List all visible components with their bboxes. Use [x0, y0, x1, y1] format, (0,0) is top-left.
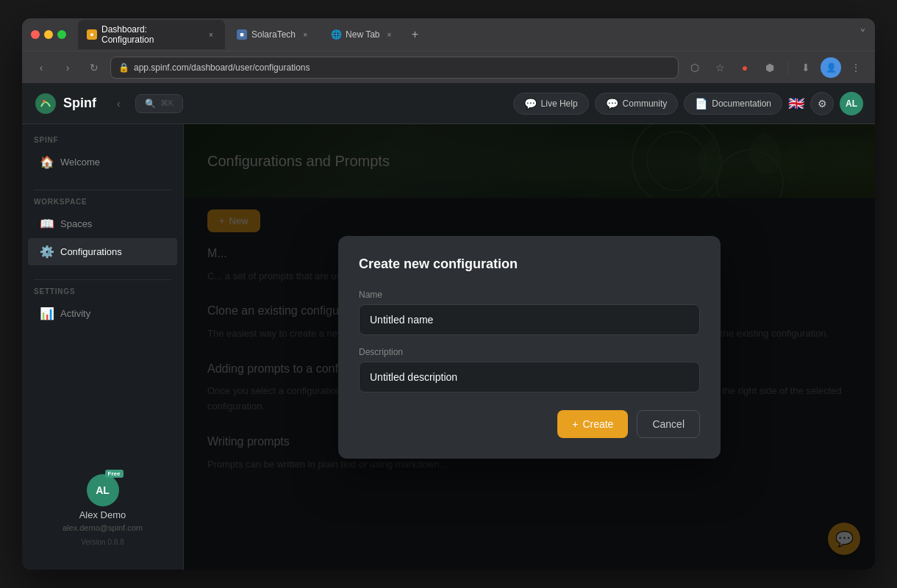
sidebar-label-configurations: Configurations — [60, 246, 122, 257]
browser-tabs: ● Dashboard: Configuration × ■ SolaraTec… — [78, 20, 854, 49]
community-label: Community — [623, 98, 668, 109]
home-icon: 🏠 — [40, 155, 53, 169]
create-button[interactable]: + Create — [557, 410, 628, 438]
sidebar-user-name: Alex Demo — [79, 509, 126, 520]
book-icon: 📖 — [40, 217, 53, 231]
documentation-label: Documentation — [712, 98, 771, 109]
app-container: Spinf ‹ 🔍 ⌘K 💬 Live Help 💬 Community 📄 — [22, 83, 875, 570]
browser-window: ● Dashboard: Configuration × ■ SolaraTec… — [22, 18, 875, 570]
sidebar-label-spaces: Spaces — [60, 218, 92, 229]
sidebar: SPINF 🏠 Welcome WORKSPACE 📖 Spaces ⚙️ — [22, 124, 184, 570]
record-icon[interactable]: ● — [735, 57, 755, 78]
tab-favicon-newtab: 🌐 — [331, 29, 341, 40]
sidebar-user-email: alex.demo@spinf.com — [62, 523, 143, 532]
search-shortcut: ⌘K — [160, 98, 174, 108]
description-input[interactable] — [359, 362, 700, 392]
documentation-button[interactable]: 📄 Documentation — [684, 93, 782, 115]
forward-button[interactable]: › — [57, 57, 78, 78]
svg-point-1 — [43, 100, 46, 103]
browser-tab-solar[interactable]: ■ SolaraTech × — [228, 25, 319, 44]
app-header: Spinf ‹ 🔍 ⌘K 💬 Live Help 💬 Community 📄 — [22, 83, 875, 124]
sidebar-footer: AL Free Alex Demo alex.demo@spinf.com Ve… — [22, 462, 183, 558]
user-avatar-sidebar[interactable]: AL Free — [87, 474, 119, 506]
sidebar-item-activity[interactable]: 📊 Activity — [28, 300, 177, 327]
tab-label-newtab: New Tab — [346, 29, 379, 40]
sidebar-divider-1 — [34, 190, 171, 190]
chat-icon: 💬 — [524, 98, 537, 110]
toolbar-actions: ⬡ ☆ ● ⬢ ⬇ 👤 ⋮ — [685, 57, 866, 78]
browser-titlebar: ● Dashboard: Configuration × ■ SolaraTec… — [22, 18, 875, 51]
tab-close-config[interactable]: × — [206, 29, 216, 40]
create-button-label: Create — [582, 418, 613, 430]
description-form-group: Description — [359, 347, 700, 392]
chevron-down-icon[interactable]: ˅ — [860, 26, 866, 43]
docs-icon: 📄 — [695, 98, 707, 110]
back-button[interactable]: ‹ — [31, 57, 51, 78]
browser-profile-icon[interactable]: 👤 — [821, 57, 841, 78]
tab-close-newtab[interactable]: × — [385, 29, 395, 40]
settings-button[interactable]: ⚙ — [810, 92, 834, 115]
sidebar-section-settings: SETTINGS — [22, 287, 183, 295]
menu-icon[interactable]: ⋮ — [846, 57, 866, 78]
tab-favicon-solar: ■ — [237, 29, 247, 40]
create-plus-icon: + — [572, 418, 578, 430]
sidebar-collapse-button[interactable]: ‹ — [114, 95, 124, 112]
reload-button[interactable]: ↻ — [84, 57, 104, 78]
chart-icon: 📊 — [40, 306, 53, 320]
live-help-label: Live Help — [541, 98, 578, 109]
browser-toolbar: ‹ › ↻ 🔒 app.spinf.com/dashboard/user/con… — [22, 51, 875, 83]
create-configuration-modal: Create new configuration Name Descriptio… — [338, 236, 721, 459]
user-avatar-header[interactable]: AL — [840, 92, 863, 115]
tab-favicon-config: ● — [87, 29, 97, 40]
cancel-button[interactable]: Cancel — [637, 410, 700, 438]
tab-close-solar[interactable]: × — [300, 29, 310, 40]
language-flag[interactable]: 🇬🇧 — [788, 96, 804, 112]
logo-icon — [34, 92, 57, 115]
extension-icon[interactable]: ⬢ — [760, 57, 780, 78]
url-text: app.spinf.com/dashboard/user/configurati… — [134, 62, 310, 73]
search-icon: 🔍 — [145, 98, 156, 109]
live-help-button[interactable]: 💬 Live Help — [513, 93, 589, 115]
free-badge: Free — [105, 470, 124, 478]
bookmark-icon[interactable]: ☆ — [710, 57, 730, 78]
screenshot-icon[interactable]: ⬡ — [685, 57, 705, 78]
header-actions: 💬 Live Help 💬 Community 📄 Documentation … — [513, 92, 863, 115]
sidebar-item-welcome[interactable]: 🏠 Welcome — [28, 148, 177, 176]
tab-label-config: Dashboard: Configuration — [101, 24, 201, 45]
modal-overlay[interactable]: Create new configuration Name Descriptio… — [184, 124, 875, 570]
sidebar-divider-2 — [34, 279, 171, 280]
name-label: Name — [359, 290, 700, 300]
minimize-window-button[interactable] — [44, 30, 53, 39]
header-search[interactable]: 🔍 ⌘K — [135, 94, 183, 113]
tab-label-solar: SolaraTech — [251, 29, 296, 40]
new-tab-button[interactable]: + — [407, 26, 424, 43]
sidebar-item-configurations[interactable]: ⚙️ Configurations — [28, 238, 177, 265]
maximize-window-button[interactable] — [57, 30, 66, 39]
modal-title: Create new configuration — [359, 257, 700, 272]
download-icon[interactable]: ⬇ — [796, 57, 816, 78]
lock-icon: 🔒 — [118, 62, 129, 73]
sidebar-item-spaces[interactable]: 📖 Spaces — [28, 210, 177, 237]
name-form-group: Name — [359, 290, 700, 335]
sidebar-section-spinf: SPINF — [22, 136, 183, 144]
name-input[interactable] — [359, 304, 700, 335]
description-label: Description — [359, 347, 700, 357]
sidebar-label-welcome: Welcome — [60, 157, 100, 168]
modal-actions: + Create Cancel — [359, 410, 700, 438]
logo-text: Spinf — [63, 96, 96, 111]
community-button[interactable]: 💬 Community — [595, 93, 679, 115]
main-content: Configurations and Prompts + New M... C.… — [184, 124, 875, 570]
browser-tab-config[interactable]: ● Dashboard: Configuration × — [78, 20, 225, 49]
logo-area: Spinf — [34, 92, 96, 115]
version-text: Version 0.8.8 — [81, 538, 124, 546]
toolbar-divider — [787, 60, 788, 75]
sidebar-label-activity: Activity — [60, 308, 90, 319]
app-body: SPINF 🏠 Welcome WORKSPACE 📖 Spaces ⚙️ — [22, 124, 875, 570]
sidebar-section-workspace: WORKSPACE — [22, 198, 183, 206]
close-window-button[interactable] — [31, 30, 40, 39]
address-bar[interactable]: 🔒 app.spinf.com/dashboard/user/configura… — [110, 57, 679, 79]
browser-tab-newtab[interactable]: 🌐 New Tab × — [322, 25, 403, 44]
gear-icon: ⚙️ — [40, 245, 53, 259]
svg-point-0 — [35, 93, 56, 114]
community-icon: 💬 — [606, 98, 618, 110]
